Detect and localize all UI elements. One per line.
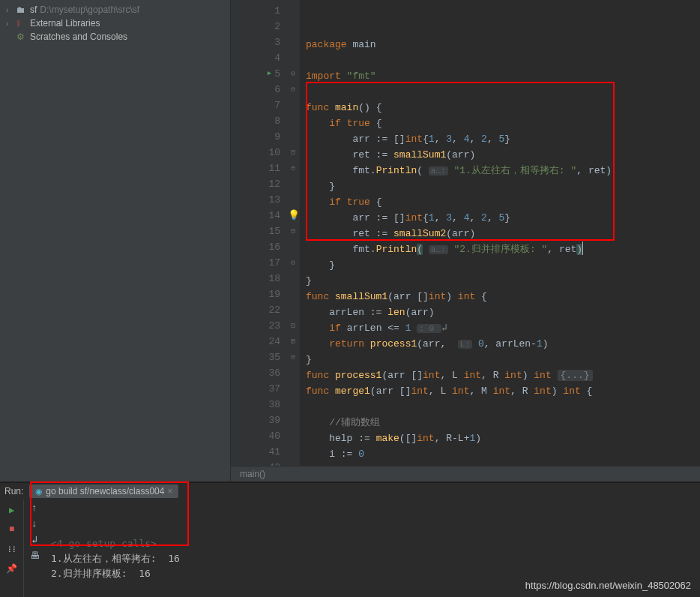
line-number[interactable]: 14 xyxy=(234,208,280,224)
line-number[interactable]: 10 xyxy=(234,145,280,160)
line-number[interactable]: 9 xyxy=(234,129,280,145)
fold-toggle[interactable]: ⊖ xyxy=(291,66,295,82)
line-number[interactable]: 17 xyxy=(234,255,280,271)
project-tree[interactable]: › 🖿 sf D:\mysetup\gopath\src\sf › ⫴ Exte… xyxy=(0,0,231,482)
fold-gutter[interactable]: ⊖⊖⊟⊖💡⊟⊖⊟⊞⊖ xyxy=(289,0,300,466)
code-line[interactable]: if arrLen <= 1 : 0 ↲ xyxy=(306,320,612,336)
line-number[interactable]: ▶5 xyxy=(234,66,280,82)
code-line[interactable]: ret := smallSum1(arr) xyxy=(306,147,612,163)
output-line: 1.从左往右，相等拷右: 16 xyxy=(51,551,694,566)
line-number[interactable]: 19 xyxy=(234,286,280,302)
up-button[interactable]: ↑ xyxy=(31,502,37,514)
line-number[interactable]: 22 xyxy=(234,302,280,318)
code-line[interactable]: } xyxy=(306,352,612,368)
code-line[interactable] xyxy=(306,52,612,68)
code-line[interactable]: } xyxy=(306,257,612,273)
line-number[interactable]: 8 xyxy=(234,113,280,129)
code-line[interactable]: arr := []int{1, 3, 4, 2, 5} xyxy=(306,210,612,226)
code-line[interactable]: func smallSum1(arr []int) int { xyxy=(306,289,612,304)
code-line[interactable]: func main() { xyxy=(306,100,612,116)
line-number[interactable]: 15 xyxy=(234,224,280,239)
tree-path: D:\mysetup\gopath\src\sf xyxy=(40,4,139,15)
output-line: 2.归并排序模板: 16 xyxy=(51,566,694,581)
line-number[interactable]: 7 xyxy=(234,98,280,113)
line-number[interactable]: 37 xyxy=(234,381,280,397)
run-header: Run: ◉ go build sf/newclass/class004 × xyxy=(0,483,700,500)
close-icon[interactable]: × xyxy=(167,486,172,496)
code-line[interactable]: if true { xyxy=(306,194,612,210)
breadcrumb-item[interactable]: main() xyxy=(240,469,265,479)
code-line[interactable]: //辅助数组 xyxy=(306,415,612,430)
line-number[interactable]: 24 xyxy=(234,334,280,350)
down-button[interactable]: ↓ xyxy=(31,518,37,530)
line-number[interactable]: 6 xyxy=(234,82,280,98)
tree-label: sf xyxy=(30,4,37,15)
tree-item-external-libs[interactable]: › ⫴ External Libraries xyxy=(0,16,230,30)
fold-toggle[interactable]: ⊟ xyxy=(291,224,295,239)
code-line[interactable]: package main xyxy=(306,37,612,52)
rerun-button[interactable]: ▶ xyxy=(4,502,19,518)
code-line[interactable]: func merge1(arr []int, L int, M int, R i… xyxy=(306,383,612,399)
code-line[interactable]: help := make([]int, R-L+1) xyxy=(306,430,612,446)
chevron-right-icon: › xyxy=(6,6,16,14)
code-line[interactable]: i := 0 xyxy=(306,446,612,462)
code-line[interactable]: fmt.Println( a…: "1.从左往右，相等拷右: ", ret) xyxy=(306,163,612,178)
layout-button[interactable]: ⫶⫶ xyxy=(4,542,19,556)
line-number[interactable]: 18 xyxy=(234,271,280,286)
line-number[interactable]: 35 xyxy=(234,350,280,365)
fold-toggle[interactable]: ⊖ xyxy=(291,160,295,176)
fold-toggle[interactable]: ⊖ xyxy=(291,82,295,98)
line-number[interactable]: 42 xyxy=(234,460,280,466)
tree-item-sf[interactable]: › 🖿 sf D:\mysetup\gopath\src\sf xyxy=(0,3,230,16)
scratch-icon: ⚙ xyxy=(16,32,30,42)
tree-item-scratches[interactable]: ⚙ Scratches and Consoles xyxy=(0,30,230,44)
intention-bulb-icon[interactable]: 💡 xyxy=(288,208,300,224)
output-line: <4 go setup calls> xyxy=(51,536,694,551)
line-number[interactable]: 41 xyxy=(234,444,280,460)
run-gutter-icon[interactable]: ▶ xyxy=(268,66,271,82)
stop-button[interactable]: ■ xyxy=(4,522,19,537)
editor[interactable]: 1234▶56789101112131415161718192223243536… xyxy=(231,0,700,482)
code-line[interactable] xyxy=(306,84,612,100)
code-line[interactable]: fmt.Println( a…: "2.归并排序模板: ", ret) xyxy=(306,242,612,257)
line-number[interactable]: 23 xyxy=(234,318,280,334)
line-number[interactable]: 2 xyxy=(234,19,280,34)
code-line[interactable] xyxy=(306,399,612,415)
code-line[interactable]: import "fmt" xyxy=(306,68,612,84)
line-number[interactable]: 12 xyxy=(234,176,280,192)
code-line[interactable]: arrLen := len(arr) xyxy=(306,304,612,320)
line-number[interactable]: 1 xyxy=(234,3,280,19)
pin-button[interactable]: 📌 xyxy=(4,561,19,576)
code-line[interactable]: return process1(arr, L: 0, arrLen-1) xyxy=(306,336,612,352)
fold-toggle[interactable]: ⊟ xyxy=(291,318,295,334)
line-number-gutter[interactable]: 1234▶56789101112131415161718192223243536… xyxy=(231,0,289,466)
line-number[interactable]: 38 xyxy=(234,397,280,412)
fold-toggle[interactable]: ⊟ xyxy=(291,145,295,160)
chevron-right-icon: › xyxy=(6,20,16,28)
code-area[interactable]: package mainimport "fmt"func main() { if… xyxy=(300,0,618,466)
line-number[interactable]: 16 xyxy=(234,239,280,255)
code-line[interactable]: arr := []int{1, 3, 4, 2, 5} xyxy=(306,131,612,147)
code-line[interactable]: if true { xyxy=(306,116,612,131)
print-button[interactable]: 🖶 xyxy=(30,550,40,562)
line-number[interactable]: 11 xyxy=(234,160,280,176)
fold-toggle[interactable]: ⊖ xyxy=(291,255,295,271)
line-number[interactable]: 40 xyxy=(234,428,280,444)
run-toolbar-left: ▶ ■ ⫶⫶ 📌 xyxy=(0,500,24,597)
code-line[interactable]: } xyxy=(306,273,612,289)
fold-toggle[interactable]: ⊞ xyxy=(291,334,295,350)
breadcrumb[interactable]: main() xyxy=(231,466,700,482)
run-config-tab[interactable]: ◉ go build sf/newclass/class004 × xyxy=(29,484,178,498)
soft-wrap-button[interactable]: ↲ xyxy=(31,534,37,546)
line-number[interactable]: 4 xyxy=(234,50,280,66)
code-line[interactable]: p1 := L xyxy=(306,462,612,466)
line-number[interactable]: 13 xyxy=(234,192,280,208)
line-number[interactable]: 36 xyxy=(234,365,280,381)
code-line[interactable]: func process1(arr []int, L int, R int) i… xyxy=(306,368,612,383)
fold-toggle[interactable]: ⊖ xyxy=(291,350,295,365)
line-number[interactable]: 39 xyxy=(234,412,280,428)
line-number[interactable]: 3 xyxy=(234,34,280,50)
code-line[interactable]: } xyxy=(306,178,612,194)
watermark: https://blog.csdn.net/weixin_48502062 xyxy=(525,580,691,591)
code-line[interactable]: ret := smallSum2(arr) xyxy=(306,226,612,242)
